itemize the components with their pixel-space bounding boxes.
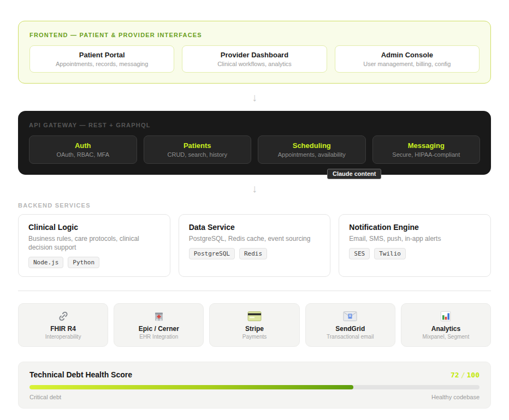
link-icon [22,310,104,323]
card-subtitle: Clinical workflows, analytics [188,61,321,67]
backend-card-data-service[interactable]: Data Service PostgreSQL, Redis cache, ev… [179,214,331,277]
gateway-card-messaging[interactable]: Messaging Secure, HIPAA-compliant [372,135,481,164]
frontend-card-provider-dashboard[interactable]: Provider Dashboard Clinical workflows, a… [182,45,327,73]
down-arrow-icon: ↓ [252,182,257,195]
health-score-value: 72/100 [451,371,480,379]
section-divider [18,291,491,291]
tech-tag: Python [68,257,99,268]
card-title: Patients [149,141,247,150]
integration-subtitle: Mixpanel, Segment [405,334,487,340]
gateway-card-auth[interactable]: Auth OAuth, RBAC, MFA [29,135,137,164]
tag-row: Node.js Python [28,257,160,268]
card-title: Auth [34,141,132,150]
integration-subtitle: Payments [213,334,295,340]
health-score-card: Technical Debt Health Score 72/100 Criti… [18,362,491,409]
tag-row: SES Twilio [349,248,481,259]
card-title: Data Service [189,223,321,232]
integrations-row: FHIR R4 Interoperability Epic / Cerner E… [18,303,491,347]
integration-card-fhir[interactable]: FHIR R4 Interoperability [18,303,108,347]
card-description: PostgreSQL, Redis cache, event sourcing [189,234,321,243]
api-gateway-panel: API GATEWAY — REST + GRAPHQL Auth OAuth,… [18,111,491,175]
gateway-heading: API GATEWAY — REST + GRAPHQL [29,122,480,128]
flow-arrow-top: ↓ [18,84,491,111]
claude-content-tooltip: Claude content [327,169,381,179]
frontend-card-admin-console[interactable]: Admin Console User management, billing, … [335,45,480,73]
tech-tag: PostgreSQL [189,248,235,259]
card-subtitle: Secure, HIPAA-compliant [377,151,476,158]
card-description: Business rules, care protocols, clinical… [28,234,160,252]
health-progress-fill [29,385,353,389]
gateway-card-row: Auth OAuth, RBAC, MFA Patients CRUD, sea… [29,135,480,164]
integration-title: SendGrid [309,325,392,333]
flow-arrow-bottom: ↓ [18,175,491,202]
architecture-page: FRONTEND — PATIENT & PROVIDER INTERFACES… [0,0,509,420]
down-arrow-icon: ↓ [252,91,257,104]
bar-chart-icon [405,310,487,323]
card-subtitle: Appointments, records, messaging [35,61,168,67]
backend-heading: BACKEND SERVICES [18,202,91,209]
tech-tag: Twilio [374,248,406,259]
card-title: Notification Engine [349,223,481,232]
health-label-left: Critical debt [29,394,61,400]
card-title: Provider Dashboard [188,51,321,59]
hospital-icon [117,310,200,323]
frontend-panel: FRONTEND — PATIENT & PROVIDER INTERFACES… [18,21,491,84]
integration-title: Analytics [405,325,487,333]
card-title: Scheduling [263,141,361,150]
integration-subtitle: Transactional email [309,334,392,340]
card-title: Patient Portal [35,51,168,59]
gateway-card-scheduling[interactable]: Scheduling Appointments, availability [258,135,366,164]
integration-subtitle: Interoperability [22,334,104,340]
score-max: 100 [467,371,480,379]
card-title: Messaging [377,141,476,150]
frontend-card-row: Patient Portal Appointments, records, me… [29,45,480,73]
integration-title: Epic / Cerner [117,325,200,333]
backend-heading-row: BACKEND SERVICES [18,202,491,209]
tech-tag: Node.js [28,257,63,268]
card-description: Email, SMS, push, in-app alerts [349,234,481,243]
integration-card-epic-cerner[interactable]: Epic / Cerner EHR Integration [114,303,204,347]
tech-tag: SES [349,248,370,259]
card-subtitle: User management, billing, config [341,61,474,67]
frontend-heading: FRONTEND — PATIENT & PROVIDER INTERFACES [29,32,480,38]
score-current: 72 [451,371,459,379]
card-subtitle: CRUD, search, history [149,151,247,158]
email-icon [309,310,392,323]
gateway-card-patients[interactable]: Patients CRUD, search, history [144,135,252,164]
card-subtitle: Appointments, availability [263,151,361,158]
health-header: Technical Debt Health Score 72/100 [29,370,480,379]
card-title: Admin Console [341,51,474,59]
frontend-card-patient-portal[interactable]: Patient Portal Appointments, records, me… [29,45,174,73]
card-title: Clinical Logic [28,223,160,232]
backend-card-notification-engine[interactable]: Notification Engine Email, SMS, push, in… [339,214,491,277]
integration-subtitle: EHR Integration [117,334,200,340]
health-progress-track [29,385,480,389]
health-label-right: Healthy codebase [431,394,480,400]
tag-row: PostgreSQL Redis [189,248,321,259]
health-title: Technical Debt Health Score [29,370,132,379]
score-separator: / [459,371,467,379]
integration-title: FHIR R4 [22,325,104,333]
integration-card-stripe[interactable]: Stripe Payments [209,303,299,347]
backend-card-row: Clinical Logic Business rules, care prot… [18,214,491,277]
health-footer: Critical debt Healthy codebase [29,394,480,400]
tech-tag: Redis [239,248,267,259]
integration-title: Stripe [213,325,295,333]
integration-card-analytics[interactable]: Analytics Mixpanel, Segment [401,303,491,347]
card-subtitle: OAuth, RBAC, MFA [34,151,132,158]
integration-card-sendgrid[interactable]: SendGrid Transactional email [305,303,395,347]
credit-card-icon [213,310,295,323]
backend-card-clinical-logic[interactable]: Clinical Logic Business rules, care prot… [18,214,170,277]
